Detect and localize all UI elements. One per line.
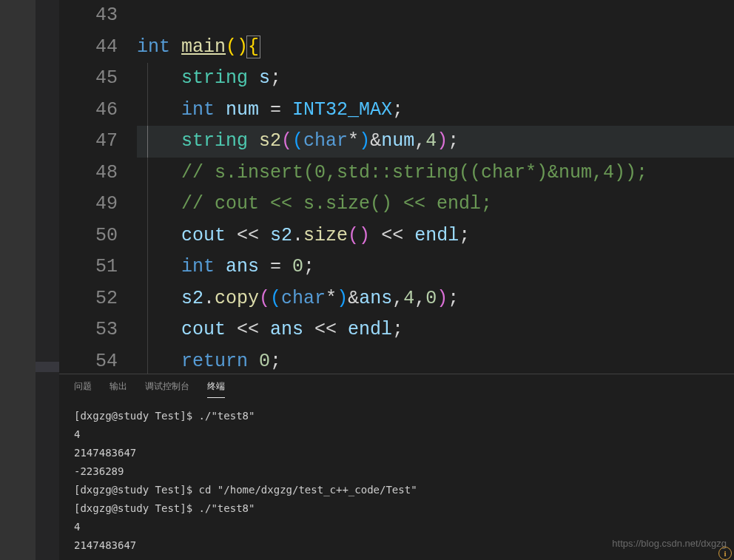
code-area[interactable]: int main(){ string s; int num = INT32_MA… bbox=[137, 0, 734, 374]
line-number: 49 bbox=[59, 189, 118, 220]
terminal-line: 2147483647 bbox=[74, 444, 719, 462]
code-line[interactable]: int ans = 0; bbox=[137, 252, 734, 283]
code-line[interactable]: return 0; bbox=[137, 346, 734, 374]
code-line[interactable]: cout << s2.size() << endl; bbox=[137, 220, 734, 252]
line-number: 53 bbox=[59, 314, 118, 346]
main-area: 434445464748495051525354 int main(){ str… bbox=[59, 0, 734, 560]
sidebar[interactable] bbox=[36, 0, 59, 560]
code-line[interactable]: // s.insert(0,std::string((char*)&num,4)… bbox=[137, 158, 734, 189]
line-number: 46 bbox=[59, 95, 118, 126]
line-gutter[interactable]: 434445464748495051525354 bbox=[59, 0, 137, 374]
code-line[interactable]: string s; bbox=[137, 63, 734, 95]
line-number: 43 bbox=[59, 0, 118, 32]
terminal-line: [dxgzg@study Test]$ ./"test8" bbox=[74, 499, 719, 518]
line-number: 47 bbox=[59, 126, 118, 158]
code-line[interactable]: string s2((char*)&num,4); bbox=[137, 126, 734, 158]
line-number: 50 bbox=[59, 220, 118, 252]
panel-tab-输出[interactable]: 输出 bbox=[110, 380, 127, 398]
terminal-line: [dxgzg@study Test]$ ./"test8" bbox=[74, 407, 719, 425]
info-icon: i bbox=[718, 547, 732, 560]
sidebar-selection bbox=[36, 362, 59, 372]
terminal-output[interactable]: [dxgzg@study Test]$ ./"test8"42147483647… bbox=[59, 398, 734, 560]
terminal-line: 4 bbox=[74, 425, 719, 444]
panel-tab-终端[interactable]: 终端 bbox=[207, 380, 225, 398]
activity-bar[interactable] bbox=[0, 0, 36, 560]
line-number: 48 bbox=[59, 158, 118, 189]
line-number: 51 bbox=[59, 252, 118, 283]
code-line[interactable]: // cout << s.size() << endl; bbox=[137, 189, 734, 220]
terminal-line: [dxgzg@study Test]$ cd "/home/dxgzg/test… bbox=[74, 481, 719, 499]
watermark: https://blog.csdn.net/dxgzg bbox=[612, 538, 727, 549]
terminal-line: 4 bbox=[74, 518, 719, 536]
code-line[interactable]: cout << ans << endl; bbox=[137, 314, 734, 346]
code-line[interactable]: int main(){ bbox=[137, 32, 734, 64]
terminal-line: -2236289 bbox=[74, 462, 719, 481]
code-line[interactable]: int num = INT32_MAX; bbox=[137, 95, 734, 126]
bottom-panel: 问题输出调试控制台终端 [dxgzg@study Test]$ ./"test8… bbox=[59, 374, 734, 560]
panel-tabs: 问题输出调试控制台终端 bbox=[59, 374, 734, 398]
code-editor[interactable]: 434445464748495051525354 int main(){ str… bbox=[59, 0, 734, 374]
line-number: 44 bbox=[59, 32, 118, 64]
panel-tab-调试控制台[interactable]: 调试控制台 bbox=[145, 380, 189, 398]
line-number: 54 bbox=[59, 346, 118, 374]
line-number: 45 bbox=[59, 63, 118, 95]
code-line[interactable]: s2.copy((char*)&ans,4,0); bbox=[137, 283, 734, 315]
code-line[interactable] bbox=[137, 0, 734, 32]
panel-tab-问题[interactable]: 问题 bbox=[74, 380, 92, 398]
line-number: 52 bbox=[59, 283, 118, 315]
